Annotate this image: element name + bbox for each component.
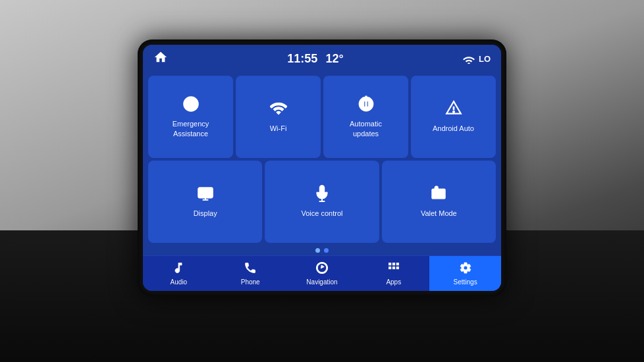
valet-mode-icon [430,185,447,205]
android-auto-icon [445,100,462,120]
svg-rect-15 [392,263,394,265]
android-auto-button[interactable]: Android Auto [411,76,496,158]
svg-point-12 [438,192,439,193]
infotainment-screen: 11:55 12° LO [143,45,501,291]
nav-phone[interactable]: Phone [215,256,286,291]
display-button[interactable]: Display [148,161,262,243]
nav-apps[interactable]: Apps [358,256,429,291]
navigation-label: Navigation [306,278,337,286]
svg-rect-19 [396,267,398,269]
temperature-display: 12° [325,52,343,66]
signal-label: LO [479,54,491,64]
wifi-button[interactable]: Wi-Fi [236,76,321,158]
apps-icon [387,261,400,276]
nav-audio[interactable]: Audio [143,256,215,291]
home-button[interactable] [153,50,168,68]
valet-mode-label: Valet Mode [421,209,457,218]
phone-icon [244,261,257,276]
emergency-icon [182,95,200,115]
car-background: 11:55 12° LO [0,0,644,362]
wifi-status-icon [463,55,475,64]
settings-icon [459,261,472,276]
nav-navigation[interactable]: Navigation [286,256,358,291]
settings-label: Settings [454,278,477,286]
svg-rect-17 [389,267,390,269]
automatic-updates-label: Automaticupdates [350,119,382,138]
header-clock-temp: 11:55 12° [287,52,343,66]
emergency-assistance-button[interactable]: EmergencyAssistance [148,76,233,158]
voice-control-label: Voice control [302,209,343,218]
voice-control-button[interactable]: Voice control [265,161,379,243]
svg-rect-5 [198,188,213,198]
display-label: Display [194,209,217,218]
voice-control-icon [313,185,331,205]
grid-row-1: EmergencyAssistance Wi-Fi [148,76,496,158]
nav-settings[interactable]: Settings [429,256,501,291]
screen-bezel: 11:55 12° LO [138,39,506,296]
wifi-label: Wi-Fi [270,124,287,133]
svg-rect-18 [392,267,394,269]
svg-rect-16 [396,263,398,265]
apps-label: Apps [386,278,401,286]
pagination-dot-2 [324,248,329,253]
svg-rect-14 [389,263,390,265]
automatic-updates-button[interactable]: Automaticupdates [323,76,408,158]
main-grid: EmergencyAssistance Wi-Fi [143,73,501,246]
svg-point-4 [452,111,454,113]
clock-display: 11:55 [287,52,317,66]
phone-label: Phone [241,278,260,286]
emergency-assistance-label: EmergencyAssistance [173,119,209,138]
audio-label: Audio [171,278,188,286]
pagination-dot-1 [315,248,320,253]
android-auto-label: Android Auto [433,124,474,133]
audio-icon [172,261,185,276]
header-status: LO [463,54,491,64]
wifi-icon [270,100,287,120]
valet-mode-button[interactable]: Valet Mode [382,161,496,243]
screen-header: 11:55 12° LO [143,45,501,73]
navigation-icon [315,261,329,276]
display-icon [197,185,214,205]
pagination-dots [143,246,501,255]
bottom-navigation: Audio Phone [143,255,501,291]
grid-row-2: Display Voice control [148,161,496,243]
update-icon [358,95,375,115]
